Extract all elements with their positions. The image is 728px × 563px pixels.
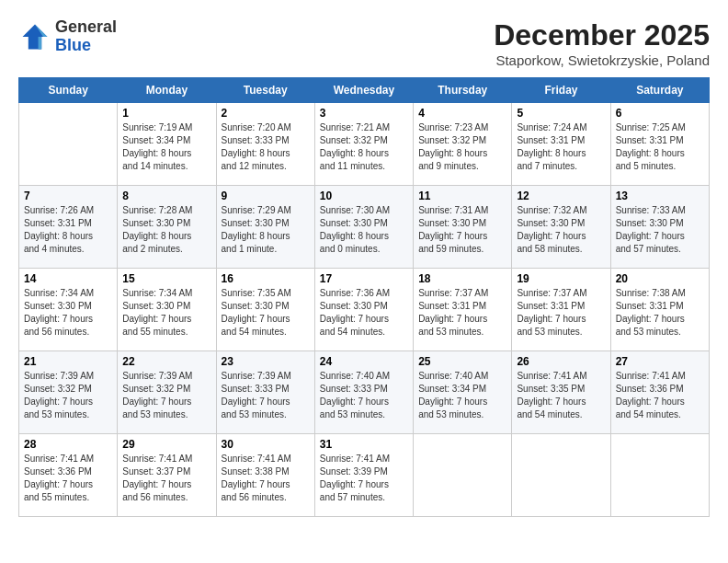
day-number: 8 <box>122 190 210 202</box>
day-info: Sunrise: 7:34 AMSunset: 3:30 PMDaylight:… <box>24 287 112 339</box>
day-info: Sunrise: 7:37 AMSunset: 3:31 PMDaylight:… <box>418 287 506 339</box>
calendar-cell: 7Sunrise: 7:26 AMSunset: 3:31 PMDaylight… <box>19 186 118 269</box>
day-number: 26 <box>517 355 605 368</box>
day-info: Sunrise: 7:28 AMSunset: 3:30 PMDaylight:… <box>122 204 210 256</box>
calendar-cell: 12Sunrise: 7:32 AMSunset: 3:30 PMDayligh… <box>512 186 610 269</box>
calendar-cell: 17Sunrise: 7:36 AMSunset: 3:30 PMDayligh… <box>314 269 413 351</box>
calendar-cell: 1Sunrise: 7:19 AMSunset: 3:34 PMDaylight… <box>118 103 216 186</box>
day-number: 18 <box>418 272 506 285</box>
day-number: 14 <box>24 272 112 285</box>
day-info: Sunrise: 7:41 AMSunset: 3:38 PMDaylight:… <box>222 453 310 504</box>
day-number: 19 <box>517 272 605 285</box>
day-number: 6 <box>616 107 704 120</box>
day-number: 13 <box>616 190 704 202</box>
day-info: Sunrise: 7:29 AMSunset: 3:30 PMDaylight:… <box>222 204 310 256</box>
day-info: Sunrise: 7:41 AMSunset: 3:36 PMDaylight:… <box>616 370 704 421</box>
calendar-cell: 8Sunrise: 7:28 AMSunset: 3:30 PMDaylight… <box>118 186 216 269</box>
day-number: 7 <box>24 190 112 202</box>
page-header: General Blue December 2025 Staporkow, Sw… <box>18 18 710 68</box>
day-info: Sunrise: 7:24 AMSunset: 3:31 PMDaylight:… <box>517 121 605 173</box>
day-number: 29 <box>122 438 210 451</box>
day-info: Sunrise: 7:41 AMSunset: 3:37 PMDaylight:… <box>122 453 210 504</box>
day-info: Sunrise: 7:38 AMSunset: 3:31 PMDaylight:… <box>616 287 704 339</box>
day-info: Sunrise: 7:39 AMSunset: 3:33 PMDaylight:… <box>222 370 310 421</box>
calendar-week-3: 14Sunrise: 7:34 AMSunset: 3:30 PMDayligh… <box>19 269 710 351</box>
calendar-cell: 31Sunrise: 7:41 AMSunset: 3:39 PMDayligh… <box>314 434 413 517</box>
calendar-header: SundayMondayTuesdayWednesdayThursdayFrid… <box>19 78 710 103</box>
calendar-cell <box>19 103 118 186</box>
day-header-saturday: Saturday <box>610 78 709 103</box>
day-info: Sunrise: 7:33 AMSunset: 3:30 PMDaylight:… <box>616 204 704 256</box>
day-info: Sunrise: 7:30 AMSunset: 3:30 PMDaylight:… <box>320 204 408 256</box>
calendar-cell: 25Sunrise: 7:40 AMSunset: 3:34 PMDayligh… <box>414 351 512 434</box>
day-number: 20 <box>616 272 704 285</box>
day-info: Sunrise: 7:26 AMSunset: 3:31 PMDaylight:… <box>24 204 112 256</box>
calendar-cell: 3Sunrise: 7:21 AMSunset: 3:32 PMDaylight… <box>314 103 413 186</box>
logo-text: General Blue <box>55 18 117 55</box>
day-number: 15 <box>122 272 210 285</box>
day-number: 5 <box>517 107 605 120</box>
calendar-cell: 15Sunrise: 7:34 AMSunset: 3:30 PMDayligh… <box>118 269 216 351</box>
calendar-cell: 10Sunrise: 7:30 AMSunset: 3:30 PMDayligh… <box>314 186 413 269</box>
day-number: 28 <box>24 438 112 451</box>
day-info: Sunrise: 7:39 AMSunset: 3:32 PMDaylight:… <box>122 370 210 421</box>
calendar-body: 1Sunrise: 7:19 AMSunset: 3:34 PMDaylight… <box>19 103 710 517</box>
day-number: 22 <box>122 355 210 368</box>
day-number: 25 <box>418 355 506 368</box>
day-header-friday: Friday <box>512 78 610 103</box>
day-number: 23 <box>222 355 310 368</box>
day-info: Sunrise: 7:25 AMSunset: 3:31 PMDaylight:… <box>616 121 704 173</box>
calendar-cell <box>512 434 610 517</box>
calendar-cell: 13Sunrise: 7:33 AMSunset: 3:30 PMDayligh… <box>610 186 709 269</box>
day-number: 4 <box>418 107 506 120</box>
logo-general-text: General <box>55 17 117 36</box>
day-number: 21 <box>24 355 112 368</box>
calendar-week-2: 7Sunrise: 7:26 AMSunset: 3:31 PMDaylight… <box>19 186 710 269</box>
calendar-cell: 23Sunrise: 7:39 AMSunset: 3:33 PMDayligh… <box>216 351 314 434</box>
calendar-week-5: 28Sunrise: 7:41 AMSunset: 3:36 PMDayligh… <box>19 434 710 517</box>
day-info: Sunrise: 7:20 AMSunset: 3:33 PMDaylight:… <box>222 121 310 173</box>
day-header-thursday: Thursday <box>414 78 512 103</box>
calendar-cell: 2Sunrise: 7:20 AMSunset: 3:33 PMDaylight… <box>216 103 314 186</box>
day-number: 2 <box>222 107 310 120</box>
day-headers-row: SundayMondayTuesdayWednesdayThursdayFrid… <box>19 78 710 103</box>
day-info: Sunrise: 7:39 AMSunset: 3:32 PMDaylight:… <box>24 370 112 421</box>
day-info: Sunrise: 7:41 AMSunset: 3:36 PMDaylight:… <box>24 453 112 504</box>
main-title: December 2025 <box>494 18 710 52</box>
calendar-cell <box>610 434 709 517</box>
calendar-cell: 29Sunrise: 7:41 AMSunset: 3:37 PMDayligh… <box>118 434 216 517</box>
day-header-tuesday: Tuesday <box>216 78 314 103</box>
day-info: Sunrise: 7:40 AMSunset: 3:34 PMDaylight:… <box>418 370 506 421</box>
calendar-cell: 22Sunrise: 7:39 AMSunset: 3:32 PMDayligh… <box>118 351 216 434</box>
title-block: December 2025 Staporkow, Swietokrzyskie,… <box>494 18 710 68</box>
day-info: Sunrise: 7:34 AMSunset: 3:30 PMDaylight:… <box>122 287 210 339</box>
day-number: 11 <box>418 190 506 202</box>
day-header-sunday: Sunday <box>19 78 118 103</box>
day-info: Sunrise: 7:40 AMSunset: 3:33 PMDaylight:… <box>320 370 408 421</box>
calendar-cell: 11Sunrise: 7:31 AMSunset: 3:30 PMDayligh… <box>414 186 512 269</box>
calendar-cell: 20Sunrise: 7:38 AMSunset: 3:31 PMDayligh… <box>610 269 709 351</box>
calendar-week-1: 1Sunrise: 7:19 AMSunset: 3:34 PMDaylight… <box>19 103 710 186</box>
day-info: Sunrise: 7:41 AMSunset: 3:39 PMDaylight:… <box>320 453 408 504</box>
day-number: 1 <box>122 107 210 120</box>
calendar-cell <box>414 434 512 517</box>
calendar-cell: 19Sunrise: 7:37 AMSunset: 3:31 PMDayligh… <box>512 269 610 351</box>
logo: General Blue <box>18 18 117 55</box>
calendar-cell: 27Sunrise: 7:41 AMSunset: 3:36 PMDayligh… <box>610 351 709 434</box>
calendar-cell: 4Sunrise: 7:23 AMSunset: 3:32 PMDaylight… <box>414 103 512 186</box>
day-header-monday: Monday <box>118 78 216 103</box>
day-info: Sunrise: 7:41 AMSunset: 3:35 PMDaylight:… <box>517 370 605 421</box>
day-info: Sunrise: 7:23 AMSunset: 3:32 PMDaylight:… <box>418 121 506 173</box>
day-info: Sunrise: 7:31 AMSunset: 3:30 PMDaylight:… <box>418 204 506 256</box>
day-header-wednesday: Wednesday <box>314 78 413 103</box>
calendar-cell: 21Sunrise: 7:39 AMSunset: 3:32 PMDayligh… <box>19 351 118 434</box>
calendar-cell: 5Sunrise: 7:24 AMSunset: 3:31 PMDaylight… <box>512 103 610 186</box>
day-info: Sunrise: 7:21 AMSunset: 3:32 PMDaylight:… <box>320 121 408 173</box>
day-info: Sunrise: 7:32 AMSunset: 3:30 PMDaylight:… <box>517 204 605 256</box>
day-number: 16 <box>222 272 310 285</box>
calendar-cell: 26Sunrise: 7:41 AMSunset: 3:35 PMDayligh… <box>512 351 610 434</box>
day-number: 31 <box>320 438 408 451</box>
day-number: 10 <box>320 190 408 202</box>
day-info: Sunrise: 7:19 AMSunset: 3:34 PMDaylight:… <box>122 121 210 173</box>
calendar-cell: 14Sunrise: 7:34 AMSunset: 3:30 PMDayligh… <box>19 269 118 351</box>
